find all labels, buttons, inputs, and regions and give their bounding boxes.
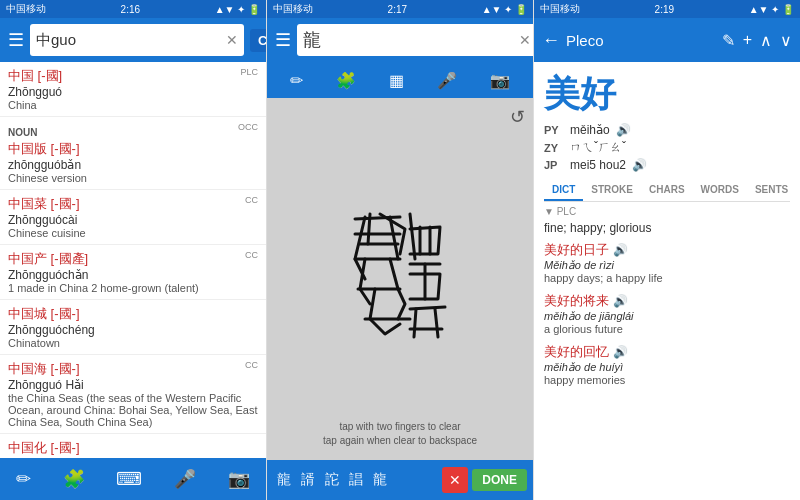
example-english-2: happy memories — [544, 374, 790, 386]
search-panel: 中国移动 2:16 ▲▼ ✦ 🔋 ☰ ✕ C PLC 中国 [-國] Zhōng… — [0, 0, 267, 500]
status-icons-1: ▲▼ ✦ 🔋 — [215, 4, 260, 15]
pron-row-zy: ZY ㄇㄟˇㄏㄠˇ — [544, 139, 790, 156]
drawn-character-svg — [310, 189, 490, 369]
drawing-area[interactable]: ↺ — [267, 98, 533, 460]
hint-text: tap with two fingers to cleartap again w… — [323, 420, 477, 448]
undo-icon[interactable]: ↺ — [510, 106, 525, 128]
pron-label-py: PY — [544, 124, 564, 136]
pencil-tool-icon[interactable]: ✏ — [290, 71, 303, 90]
status-icons-3: ▲▼ ✦ 🔋 — [749, 4, 794, 15]
dict-definition: fine; happy; glorious — [544, 221, 790, 235]
tab-stroke[interactable]: STROKE — [583, 180, 641, 201]
dict-title: Pleco — [566, 32, 716, 49]
candidate-0[interactable]: 龍 — [273, 469, 295, 491]
camera-icon-1[interactable]: 📷 — [228, 468, 250, 490]
example-block-1: 美好的将来 🔊 měihǎo de jiānglái a glorious fu… — [544, 292, 790, 335]
speaker-ex1[interactable]: 🔊 — [613, 294, 628, 308]
bottom-bar-1: ✏ 🧩 ⌨ 🎤 📷 — [0, 458, 266, 500]
camera-tool-icon[interactable]: 📷 — [490, 71, 510, 90]
badge-1: OCC — [238, 122, 258, 132]
chinese-5: 中国海 [-國-] — [8, 360, 258, 378]
pron-row-jp: JP mei5 hou2 🔊 — [544, 158, 790, 172]
search-input-2[interactable] — [303, 30, 519, 51]
chinese-1: 中国版 [-國-] — [8, 140, 258, 158]
mic-tool-icon[interactable]: 🎤 — [437, 71, 457, 90]
menu-icon-1[interactable]: ☰ — [8, 29, 24, 51]
badge-2: CC — [245, 195, 258, 205]
example-block-2: 美好的回忆 🔊 měihǎo de huíyì happy memories — [544, 343, 790, 386]
tab-dict[interactable]: DICT — [544, 180, 583, 201]
pron-row-py: PY měihǎo 🔊 — [544, 123, 790, 137]
example-pinyin-1: měihǎo de jiānglái — [544, 310, 790, 323]
badge-3: CC — [245, 250, 258, 260]
pinyin-1: zhōngguóbǎn — [8, 158, 258, 172]
english-1: Chinese version — [8, 172, 258, 184]
done-button[interactable]: DONE — [472, 469, 527, 491]
status-icons-2: ▲▼ ✦ 🔋 — [482, 4, 527, 15]
search-input-1[interactable] — [36, 32, 226, 49]
c-button-1[interactable]: C — [250, 29, 267, 52]
speaker-ex2[interactable]: 🔊 — [613, 345, 628, 359]
add-icon[interactable]: + — [743, 31, 752, 50]
mic-icon-1[interactable]: 🎤 — [174, 468, 196, 490]
candidate-3[interactable]: 誯 — [345, 469, 367, 491]
speaker-icon-py[interactable]: 🔊 — [616, 123, 631, 137]
result-item-2[interactable]: CC 中国菜 [-國-] Zhōngguócài Chinese cuisine — [0, 190, 266, 245]
pron-label-zy: ZY — [544, 142, 564, 154]
result-item-6[interactable]: 中国化 [-國-] Zhōngguóhuà 1 to sinicize 2 to… — [0, 434, 266, 458]
result-item-3[interactable]: CC 中国产 [-國產] Zhōngguóchǎn 1 made in Chin… — [0, 245, 266, 300]
search-bar-1: ☰ ✕ C — [0, 18, 266, 62]
dictionary-panel: 中国移动 2:19 ▲▼ ✦ 🔋 ← Pleco ✎ + ∧ ∨ 美好 PY m… — [534, 0, 800, 500]
example-chinese-2: 美好的回忆 🔊 — [544, 343, 790, 361]
pron-text-zy: ㄇㄟˇㄏㄠˇ — [570, 139, 626, 156]
clear-icon-1[interactable]: ✕ — [226, 32, 238, 48]
result-item-0[interactable]: PLC 中国 [-國] Zhōngguó China — [0, 62, 266, 117]
clear-icon-2[interactable]: ✕ — [519, 32, 531, 48]
pinyin-3: Zhōngguóchǎn — [8, 268, 258, 282]
tab-sents[interactable]: SENTS — [747, 180, 796, 201]
speaker-ex0[interactable]: 🔊 — [613, 243, 628, 257]
candidate-2[interactable]: 詑 — [321, 469, 343, 491]
time-1: 2:16 — [121, 4, 140, 15]
pinyin-5: Zhōngguó Hǎi — [8, 378, 258, 392]
chevron-up-icon[interactable]: ∧ — [760, 31, 772, 50]
clear-candidates-button[interactable]: ✕ — [442, 467, 468, 493]
results-list: PLC 中国 [-國] Zhōngguó China OCC NOUN 中国版 … — [0, 62, 266, 458]
edit-icon[interactable]: ✎ — [722, 31, 735, 50]
chevron-down-icon[interactable]: ∨ — [780, 31, 792, 50]
carrier-text-2: 中国移动 — [273, 2, 313, 16]
plc-badge: ▼ PLC — [544, 206, 790, 217]
tab-words[interactable]: WORDS — [693, 180, 747, 201]
candidate-4[interactable]: 龍 — [369, 469, 391, 491]
example-chinese-0: 美好的日子 🔊 — [544, 241, 790, 259]
dict-tabs: DICT STROKE CHARS WORDS SENTS — [544, 180, 790, 202]
noun-label-1: NOUN — [8, 127, 37, 138]
carrier-text-3: 中国移动 — [540, 2, 580, 16]
time-3: 2:19 — [655, 4, 674, 15]
keyboard-icon-1[interactable]: ⌨ — [116, 468, 142, 490]
pron-text-jp: mei5 hou2 — [570, 158, 626, 172]
result-item-1[interactable]: OCC NOUN 中国版 [-國-] zhōngguóbǎn Chinese v… — [0, 117, 266, 190]
pron-text-py: měihǎo — [570, 123, 610, 137]
grid-tool-icon[interactable]: ▦ — [389, 71, 404, 90]
english-2: Chinese cuisine — [8, 227, 258, 239]
result-item-4[interactable]: 中国城 [-國-] Zhōngguóchéng Chinatown — [0, 300, 266, 355]
dict-header: ← Pleco ✎ + ∧ ∨ — [534, 18, 800, 62]
puzzle-tool-icon[interactable]: 🧩 — [336, 71, 356, 90]
example-pinyin-0: Měihǎo de rìzi — [544, 259, 790, 272]
search-input-wrap-1: ✕ — [30, 24, 244, 56]
status-bar-3: 中国移动 2:19 ▲▼ ✦ 🔋 — [534, 0, 800, 18]
speaker-icon-jp[interactable]: 🔊 — [632, 158, 647, 172]
tab-chars[interactable]: CHARS — [641, 180, 693, 201]
badge-0: PLC — [240, 67, 258, 77]
puzzle-icon-1[interactable]: 🧩 — [63, 468, 85, 490]
menu-icon-2[interactable]: ☰ — [275, 29, 291, 51]
english-4: Chinatown — [8, 337, 258, 349]
english-3: 1 made in China 2 home-grown (talent) — [8, 282, 258, 294]
handwriting-toolbar: ✏ 🧩 ▦ 🎤 📷 — [267, 62, 533, 98]
result-item-5[interactable]: CC 中国海 [-國-] Zhōngguó Hǎi the China Seas… — [0, 355, 266, 434]
chinese-6: 中国化 [-國-] — [8, 439, 258, 457]
candidate-1[interactable]: 諝 — [297, 469, 319, 491]
back-icon[interactable]: ← — [542, 30, 560, 51]
pencil-icon-1[interactable]: ✏ — [16, 468, 31, 490]
